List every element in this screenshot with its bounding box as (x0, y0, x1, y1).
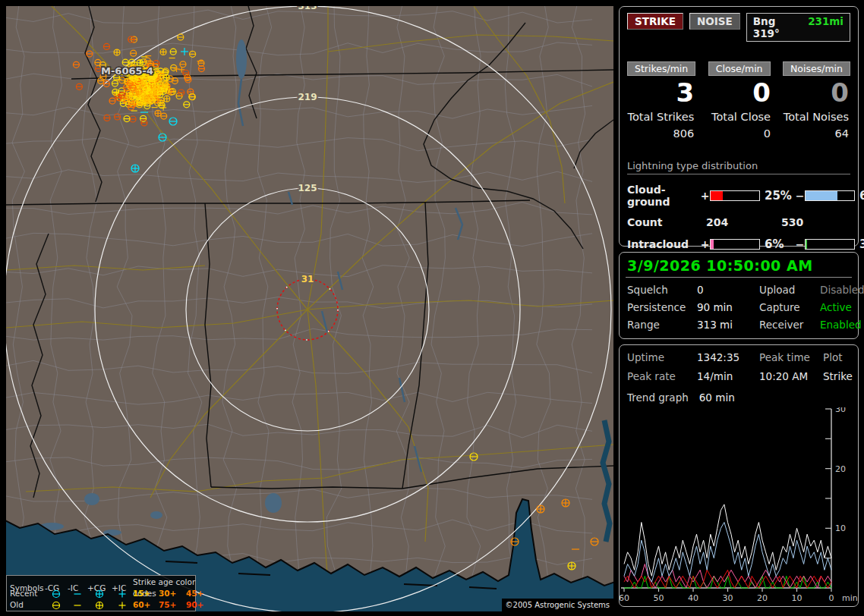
current-datetime: 3/9/2026 10:50:00 AM (627, 257, 850, 274)
strike-symbol (119, 602, 126, 608)
legend-row: Old60+75+90+ (10, 599, 195, 611)
strike-status-panel: STRIKE NOISE Bng 319° 231mi Strikes/min3… (619, 6, 859, 247)
distribution-title: Lightning type distribution (627, 160, 850, 174)
rate-columns: Strikes/min3Total Strikes806Close/min0To… (627, 61, 850, 140)
strike-symbol (160, 49, 166, 55)
config-status-value: Active (820, 301, 864, 313)
bearing-distance: 231mi (808, 15, 844, 39)
age-code: 60+ (133, 599, 159, 611)
strike-symbol (53, 590, 60, 597)
minus-percent: 66% (855, 189, 864, 203)
legend-header-row: Symbols -CG -IC +CG +IC Strike age color… (10, 577, 195, 588)
plus-bar (710, 239, 760, 250)
stats-cell: Peak rate (627, 370, 697, 382)
stats-cell: 1342:35 (697, 351, 759, 363)
trend-series-strikes-total (624, 504, 831, 576)
range-ring-label: 313 (298, 6, 317, 11)
total-label: Total Close (706, 111, 772, 123)
config-label: Range (627, 319, 697, 331)
stats-cell: Uptime (627, 351, 697, 363)
config-status-value: Disabled (820, 284, 864, 296)
age-code: 30+ (159, 588, 186, 599)
legend-symbol-cp (87, 589, 112, 599)
bearing-value: Bng 319° (753, 15, 799, 39)
range-ring-label: 125 (298, 183, 317, 193)
strike-toggle-button[interactable]: STRIKE (627, 13, 683, 30)
bearing-readout: Bng 319° 231mi (746, 13, 850, 42)
age-code: 15+ (133, 588, 159, 599)
rate-column: Strikes/min3Total Strikes806 (627, 61, 695, 140)
minus-bar (805, 239, 855, 250)
strike-symbol (114, 49, 120, 55)
distribution-row: Intracloud+6%−3% (627, 237, 850, 251)
plus-sign: + (700, 190, 710, 202)
lightning-map[interactable]: 31125219313M-6065-4 Symbols -CG -IC +CG … (6, 6, 613, 611)
count-label: Count (627, 216, 706, 228)
svg-text:10: 10 (835, 523, 846, 533)
stats-trend-panel: Uptime1342:35Peak timePlotPeak rate14/mi… (619, 344, 859, 607)
config-value: 0 (697, 284, 759, 296)
svg-text:60: 60 (620, 593, 629, 603)
time-config-panel: 3/9/2026 10:50:00 AM Squelch0UploadDisab… (619, 252, 859, 339)
map-symbol-legend: Symbols -CG -IC +CG +IC Strike age color… (6, 575, 196, 611)
minus-sign: − (795, 190, 805, 202)
distribution-count-row: Count204530 (627, 216, 850, 228)
strike-symbol (164, 96, 170, 102)
strike-symbol (537, 505, 544, 513)
svg-text:20: 20 (835, 464, 846, 474)
svg-text:50: 50 (654, 593, 664, 603)
plus-percent: 6% (760, 237, 795, 251)
total-value: 0 (706, 127, 772, 140)
legend-symbol-p (112, 600, 133, 611)
total-value: 64 (783, 127, 850, 140)
legend-symbol-cm (45, 589, 68, 599)
rate-chip: Strikes/min (627, 61, 695, 76)
trend-series-cg-positive (624, 570, 831, 588)
stats-cell: Plot (823, 351, 853, 363)
stats-cell: 14/min (697, 370, 759, 382)
svg-text:40: 40 (688, 593, 698, 603)
legend-symbol-m (68, 589, 87, 599)
stats-cell: Peak time (759, 351, 823, 363)
minus-sign: − (795, 238, 805, 250)
strike-symbol (131, 165, 139, 172)
legend-row: Recent15+30+45+ (10, 588, 195, 599)
app-window: 31125219313M-6065-4 Symbols -CG -IC +CG … (0, 0, 864, 616)
plus-sign: + (700, 238, 710, 250)
strike-symbol (119, 590, 126, 597)
divider (626, 277, 852, 278)
config-label: Squelch (627, 284, 697, 296)
svg-text:30: 30 (723, 593, 733, 603)
stats-grid: Uptime1342:35Peak timePlotPeak rate14/mi… (627, 351, 850, 382)
legend-symbol-cp (87, 600, 112, 611)
legend-symbol-p (112, 589, 133, 599)
legend-row-label: Old (10, 599, 45, 611)
strike-symbol (96, 590, 103, 597)
rate-value: 3 (627, 77, 695, 108)
range-ring-label: 219 (298, 92, 317, 102)
trend-graph-window: 60 min (699, 391, 735, 404)
storm-cell-label: M-6065-4 (101, 65, 153, 77)
minus-percent: 3% (855, 237, 864, 251)
total-value: 806 (627, 127, 695, 140)
rate-chip: Noises/min (783, 61, 850, 76)
noise-toggle-button[interactable]: NOISE (689, 13, 740, 30)
rate-column: Close/min0Total Close0 (706, 61, 772, 140)
rate-value: 0 (783, 77, 850, 108)
legend-symbol-m (68, 600, 87, 611)
strike-symbol (155, 110, 161, 116)
trend-graph-label: Trend graph (627, 391, 689, 404)
legend-symbol-cm (45, 600, 68, 611)
distribution-type-label: Cloud-ground (627, 184, 700, 208)
minus-count: 530 (781, 216, 850, 228)
config-label: Upload (759, 284, 820, 296)
stats-cell: Strike (823, 370, 853, 382)
rate-column: Noises/min0Total Noises64 (783, 61, 850, 140)
strike-symbol (96, 602, 103, 608)
legend-row-label: Recent (10, 588, 45, 599)
config-label: Capture (759, 301, 820, 313)
stats-cell: 10:20 AM (759, 370, 823, 382)
total-label: Total Noises (783, 111, 850, 123)
total-label: Total Strikes (627, 111, 695, 123)
svg-text:20: 20 (757, 593, 768, 603)
